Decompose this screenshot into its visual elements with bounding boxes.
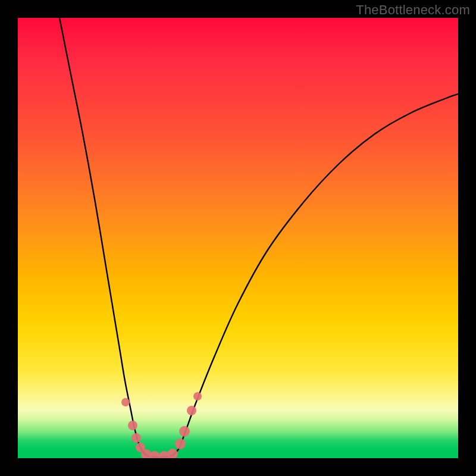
curve-marker <box>131 433 141 443</box>
curve-marker <box>128 421 137 430</box>
attribution-text: TheBottleneck.com <box>356 2 470 18</box>
curve-marker <box>167 449 178 458</box>
curve-marker <box>175 439 186 449</box>
curve-marker <box>179 426 190 437</box>
bottleneck-path <box>60 18 458 457</box>
chart-frame: TheBottleneck.com <box>0 0 476 476</box>
curve-marker <box>121 398 130 406</box>
curve-marker <box>187 406 196 415</box>
plot-area <box>18 18 458 458</box>
curve-marker <box>193 392 202 400</box>
bottleneck-curve <box>18 18 458 458</box>
